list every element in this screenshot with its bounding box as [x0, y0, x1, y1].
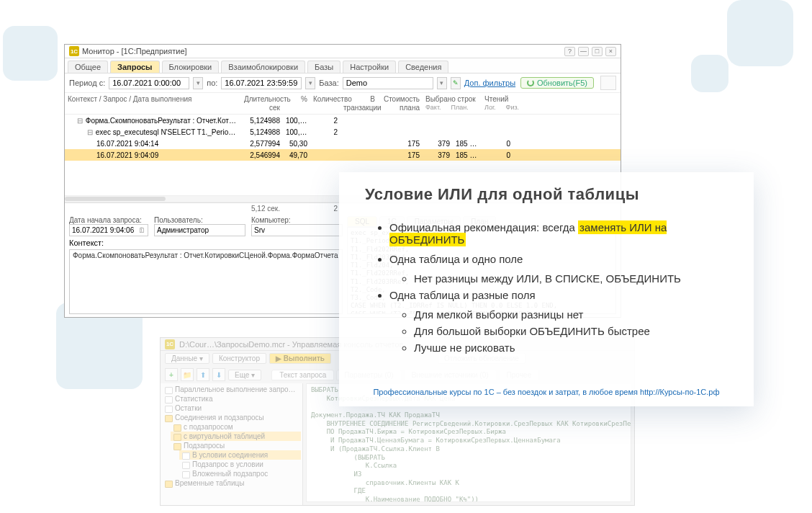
tree-item[interactable]: Параллельное выполнение запро…	[162, 385, 301, 394]
execute-button[interactable]: ▶ Выполнить	[269, 353, 331, 364]
period-to-picker-icon[interactable]: ▾	[305, 77, 315, 89]
base-pick-icon[interactable]: ✎	[451, 77, 461, 89]
tree-item[interactable]: с виртуальной таблицей	[171, 432, 301, 441]
period-to-input[interactable]	[221, 77, 302, 89]
col-percent[interactable]: %	[283, 94, 310, 112]
arrow-up-icon[interactable]: ⬆	[197, 368, 209, 381]
col-trx[interactable]: В транзакции	[340, 94, 378, 112]
slide-title: Условие ИЛИ для одной таблицы	[365, 185, 728, 204]
arrow-down-icon[interactable]: ⬇	[212, 368, 225, 381]
titlebar: 1C Монитор - [1С:Предприятие] ? — □ ×	[65, 45, 621, 58]
filter-row: Период с: ▾ по: ▾ База: ▾ ✎ Доп. фильтры…	[65, 73, 621, 92]
window-title: Монитор - [1С:Предприятие]	[82, 47, 187, 55]
table-row[interactable]: ⊟ exec sp_executesql N'SELECT T1._Period…	[65, 126, 621, 138]
tab-bases[interactable]: Базы	[307, 61, 340, 73]
period-from-input[interactable]	[109, 77, 189, 89]
data-menu[interactable]: Данные ▾	[165, 353, 209, 364]
tab-locks[interactable]: Блокировки	[162, 61, 220, 73]
decorative-square	[3, 26, 58, 81]
grid-settings-button[interactable]	[600, 76, 616, 90]
bullet-3a: Для мелкой выборки разницы нет	[414, 308, 728, 321]
extra-filters-link[interactable]: Доп. фильтры	[464, 79, 515, 87]
period-from-label: Период с:	[69, 79, 105, 87]
tab-query-text[interactable]: Текст запроса	[271, 370, 334, 380]
refresh-icon	[527, 79, 534, 86]
period-to-label: по:	[207, 79, 217, 87]
user-label: Пользователь:	[154, 216, 245, 224]
table-row[interactable]: 16.07.2021 9:04:142,57799450,30175379185…	[65, 138, 621, 149]
add-icon[interactable]: +	[165, 368, 178, 381]
base-input[interactable]	[343, 77, 433, 89]
tree-item[interactable]: Подзапросы	[171, 441, 301, 450]
col-count[interactable]: Количество	[310, 94, 340, 112]
tree-item[interactable]: В условии соединения	[179, 450, 301, 460]
decorative-square	[727, 0, 793, 66]
slide-bullets: Официальная рекомендация: всегда заменят…	[365, 221, 728, 358]
help-icon[interactable]: ?	[564, 47, 575, 56]
col-reads[interactable]: Чтений	[484, 95, 536, 104]
minimize-button[interactable]: —	[578, 47, 589, 56]
tree-item[interactable]: Остатки	[162, 403, 301, 413]
bullet-2: Одна таблица и одно поле	[389, 253, 728, 265]
bullet-3b: Для большой выборки ОБЪЕДИНИТЬ быстрее	[414, 325, 728, 337]
host-label: Компьютер:	[251, 216, 343, 224]
tab-info[interactable]: Сведения	[398, 61, 448, 73]
query-start-value[interactable]: 16.07.2021 9:04:06🗓	[69, 224, 148, 236]
more-dropdown[interactable]: Еще ▾	[228, 370, 261, 380]
col-cost[interactable]: Стоимость плана	[378, 94, 423, 112]
main-tabs: Общее Запросы Блокировки Взаимоблокировк…	[65, 58, 621, 73]
tree-item[interactable]: с подзапросом	[171, 422, 301, 432]
folder-icon[interactable]: 📁	[181, 368, 194, 381]
maximize-button[interactable]: □	[592, 47, 603, 56]
col-rows-selected[interactable]: Выбрано строк	[425, 95, 479, 104]
context-label: Контекст:	[69, 238, 343, 247]
tab-deadlocks[interactable]: Взаимоблокировки	[221, 61, 305, 73]
slide-footer: Профессиональные курсы по 1С – без поезд…	[365, 388, 728, 396]
bullet-2a: Нет разницы между ИЛИ, В СПИСКЕ, ОБЪЕДИН…	[414, 272, 728, 285]
tree-item[interactable]: Вложенный подзапрос	[179, 469, 301, 478]
close-button[interactable]: ×	[605, 47, 616, 56]
grid-header: Контекст / Запрос / Дата выполнения Длит…	[65, 92, 621, 115]
tree-item[interactable]: Временные таблицы	[162, 478, 301, 488]
table-row[interactable]: ⊟ Форма.СкомпоноватьРезультат : Отчет.Ко…	[65, 115, 621, 126]
constructor-button[interactable]: Конструктор	[212, 353, 266, 364]
user-value[interactable]: Администратор	[154, 224, 245, 236]
app-logo-icon: 1C	[165, 339, 175, 349]
base-label: База:	[319, 79, 338, 87]
context-value[interactable]: Форма.СкомпоноватьРезультат : Отчет.Коти…	[69, 249, 343, 314]
base-dropdown-icon[interactable]: ▾	[437, 77, 447, 89]
app-logo-icon: 1C	[69, 46, 79, 56]
tree-item[interactable]: Соединения и подзапросы	[162, 413, 301, 422]
calendar-icon[interactable]: 🗓	[138, 226, 145, 234]
tab-queries[interactable]: Запросы	[110, 61, 159, 73]
bullet-3c: Лучше не рисковать	[414, 342, 728, 354]
tree-item[interactable]: Статистика	[162, 394, 301, 403]
col-context[interactable]: Контекст / Запрос / Дата выполнения	[65, 94, 241, 112]
presentation-slide: Условие ИЛИ для одной таблицы Официальна…	[339, 172, 754, 406]
period-from-picker-icon[interactable]: ▾	[193, 77, 203, 89]
bullet-3: Одна таблица и разные поля	[389, 289, 728, 301]
query-start-label: Дата начала запроса:	[69, 216, 148, 224]
table-row[interactable]: 16.07.2021 9:04:092,54699449,70175379185…	[65, 149, 621, 161]
tree-item[interactable]: Подзапрос в условии	[179, 460, 301, 469]
query-tree[interactable]: Параллельное выполнение запро…Статистика…	[161, 383, 303, 505]
decorative-square	[691, 55, 728, 92]
tab-general[interactable]: Общее	[68, 61, 108, 73]
tab-settings[interactable]: Настройки	[343, 61, 396, 73]
host-value[interactable]: Srv	[251, 224, 343, 236]
refresh-button[interactable]: Обновить(F5)	[520, 77, 594, 89]
bullet-1: Официальная рекомендация: всегда заменят…	[389, 221, 728, 246]
